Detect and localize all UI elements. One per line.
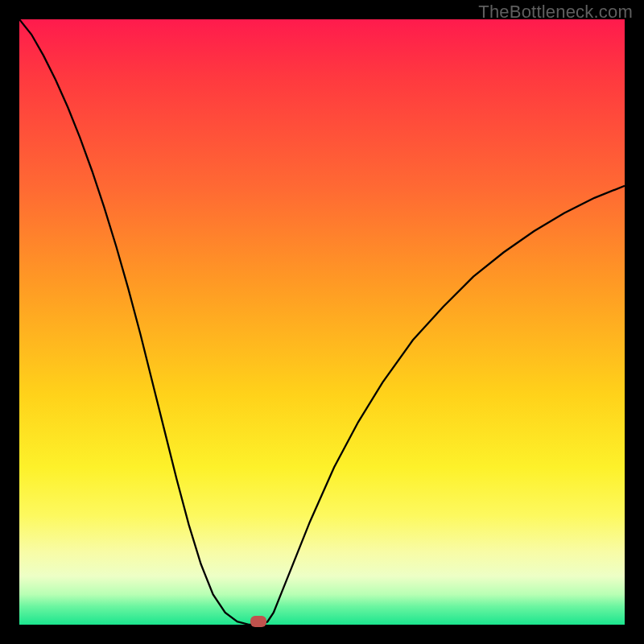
watermark-text: TheBottleneck.com bbox=[478, 2, 633, 23]
plot-area bbox=[19, 19, 625, 625]
curve-svg bbox=[19, 19, 625, 625]
chart-container: TheBottleneck.com bbox=[0, 0, 644, 644]
bottleneck-curve bbox=[19, 19, 625, 625]
optimal-point-marker bbox=[250, 616, 266, 627]
